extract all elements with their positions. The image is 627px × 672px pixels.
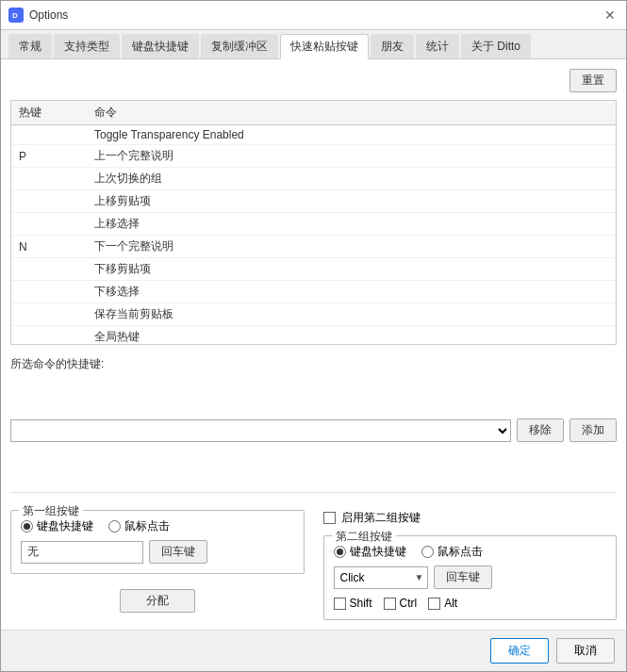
ctrl-checkbox[interactable] <box>384 598 396 610</box>
reset-button[interactable]: 重置 <box>569 69 617 92</box>
shortcut-combo-row: 移除 添加 <box>10 380 617 481</box>
group1-mouse-radio-icon <box>108 520 121 533</box>
table-row[interactable]: 上次切换的组 <box>11 168 616 190</box>
tab-support-types[interactable]: 支持类型 <box>54 34 120 58</box>
command-cell: 全局热键 <box>87 326 616 346</box>
ctrl-label: Ctrl <box>400 597 418 610</box>
two-col: 第一组按键 键盘快捷键 鼠标点击 回车键 <box>10 510 617 620</box>
group1-radio-row: 键盘快捷键 鼠标点击 <box>21 518 294 534</box>
shift-label: Shift <box>350 597 372 610</box>
app-icon: D <box>8 8 24 23</box>
command-cell: 上移选择 <box>87 213 616 236</box>
window-title: Options <box>29 8 68 22</box>
shortcut-select[interactable] <box>10 419 511 442</box>
tab-general[interactable]: 常规 <box>8 34 52 58</box>
enable-second-group-label: 启用第二组按键 <box>341 510 421 526</box>
hotkey-table: 热键 命令 Toggle Transparency EnabledP上一个完整说… <box>11 101 616 345</box>
group1-box: 第一组按键 键盘快捷键 鼠标点击 回车键 <box>10 510 305 574</box>
command-cell: Toggle Transparency Enabled <box>87 125 616 145</box>
close-button[interactable]: ✕ <box>602 7 619 24</box>
ctrl-checkbox-item: Ctrl <box>384 597 418 610</box>
table-row[interactable]: 上移剪贴项 <box>11 190 616 213</box>
group1-mouse-radio[interactable]: 鼠标点击 <box>108 518 170 534</box>
tab-copy-buffer[interactable]: 复制缓冲区 <box>201 34 278 58</box>
modifier-checkbox-row: Shift Ctrl Alt <box>334 597 607 610</box>
group2-box: 第二组按键 键盘快捷键 鼠标点击 <box>323 535 618 620</box>
shortcut-label: 所选命令的快捷键: <box>10 356 104 372</box>
group2-enter-button[interactable]: 回车键 <box>434 565 492 589</box>
alt-checkbox-item: Alt <box>428 597 457 610</box>
options-window: D Options ✕ 常规 支持类型 键盘快捷键 复制缓冲区 快速粘贴按键 朋… <box>0 0 627 672</box>
cancel-button[interactable]: 取消 <box>556 638 615 664</box>
tab-about[interactable]: 关于 Ditto <box>461 34 531 58</box>
table-row[interactable]: 上移选择 <box>11 213 616 236</box>
group1-input[interactable] <box>21 541 143 564</box>
alt-checkbox[interactable] <box>428 598 440 610</box>
footer: 确定 取消 <box>1 630 626 671</box>
group1-keyboard-radio[interactable]: 键盘快捷键 <box>21 518 93 534</box>
group2-keyboard-label: 键盘快捷键 <box>350 544 406 560</box>
title-bar: D Options ✕ <box>1 1 626 30</box>
group2-label: 第二组按键 <box>332 529 396 545</box>
enable-second-group-checkbox[interactable] <box>323 512 336 524</box>
hotkey-cell <box>11 326 87 346</box>
group2-keyboard-radio-icon <box>334 546 346 558</box>
reset-row: 重置 <box>10 69 617 92</box>
tab-quick-paste[interactable]: 快速粘贴按键 <box>280 34 369 59</box>
group1-label: 第一组按键 <box>19 503 83 519</box>
hotkey-cell <box>11 281 87 303</box>
group2-keyboard-radio[interactable]: 键盘快捷键 <box>334 544 406 560</box>
tab-keyboard-shortcuts[interactable]: 键盘快捷键 <box>122 34 199 58</box>
tab-friends[interactable]: 朋友 <box>371 34 414 58</box>
table-row[interactable]: 下移选择 <box>11 281 616 303</box>
remove-button[interactable]: 移除 <box>517 418 564 442</box>
table-row[interactable]: 保存当前剪贴板 <box>11 303 616 326</box>
group2-dropdown-wrap: Click Double Click Right Click Middle Cl… <box>334 566 428 589</box>
tab-stats[interactable]: 统计 <box>416 34 459 58</box>
shortcut-row: 所选命令的快捷键: <box>10 356 617 372</box>
main-content: 重置 热键 命令 Toggle Transparency EnabledP上一个… <box>1 59 626 630</box>
hotkey-cell <box>11 213 87 236</box>
table-row[interactable]: 下移剪贴项 <box>11 258 616 281</box>
col-command: 命令 <box>87 101 616 125</box>
table-row[interactable]: Toggle Transparency Enabled <box>11 125 616 145</box>
group1-mouse-label: 鼠标点击 <box>124 518 170 534</box>
hotkey-cell <box>11 125 87 145</box>
ok-button[interactable]: 确定 <box>490 638 549 664</box>
assign-row: 分配 <box>10 589 305 613</box>
tab-bar: 常规 支持类型 键盘快捷键 复制缓冲区 快速粘贴按键 朋友 统计 关于 Ditt… <box>1 30 626 59</box>
group1-input-row: 回车键 <box>21 540 294 564</box>
group2-radio-row: 键盘快捷键 鼠标点击 <box>334 544 607 560</box>
command-cell: 下移选择 <box>87 281 616 303</box>
hotkey-cell <box>11 303 87 326</box>
hotkey-cell: P <box>11 145 87 168</box>
svg-text:D: D <box>12 11 18 20</box>
table-row[interactable]: N下一个完整说明 <box>11 236 616 258</box>
command-cell: 下移剪贴项 <box>87 258 616 281</box>
shift-checkbox-item: Shift <box>334 597 372 610</box>
hotkey-table-container[interactable]: 热键 命令 Toggle Transparency EnabledP上一个完整说… <box>10 100 617 345</box>
table-row[interactable]: 全局热键 <box>11 326 616 346</box>
hotkey-cell <box>11 258 87 281</box>
command-cell: 上一个完整说明 <box>87 145 616 168</box>
shift-checkbox[interactable] <box>334 598 346 610</box>
col-hotkey: 热键 <box>11 101 87 125</box>
group2-mouse-label: 鼠标点击 <box>437 544 483 560</box>
command-cell: 上次切换的组 <box>87 168 616 190</box>
title-bar-left: D Options <box>8 8 68 23</box>
add-button[interactable]: 添加 <box>569 418 617 442</box>
alt-label: Alt <box>444 597 457 610</box>
group2-mouse-radio-icon <box>421 546 434 558</box>
group2-dropdown[interactable]: Click Double Click Right Click Middle Cl… <box>334 566 428 589</box>
assign-button[interactable]: 分配 <box>120 589 195 613</box>
command-cell: 保存当前剪贴板 <box>87 303 616 326</box>
col-left: 第一组按键 键盘快捷键 鼠标点击 回车键 <box>10 510 305 620</box>
table-row[interactable]: P上一个完整说明 <box>11 145 616 168</box>
hotkey-cell <box>11 168 87 190</box>
enable-second-group-row: 启用第二组按键 <box>323 510 618 526</box>
command-cell: 上移剪贴项 <box>87 190 616 213</box>
col-right: 启用第二组按键 第二组按键 键盘快捷键 鼠标点击 <box>323 510 618 620</box>
divider <box>10 492 617 493</box>
group1-enter-button[interactable]: 回车键 <box>149 540 207 564</box>
group2-mouse-radio[interactable]: 鼠标点击 <box>421 544 483 560</box>
